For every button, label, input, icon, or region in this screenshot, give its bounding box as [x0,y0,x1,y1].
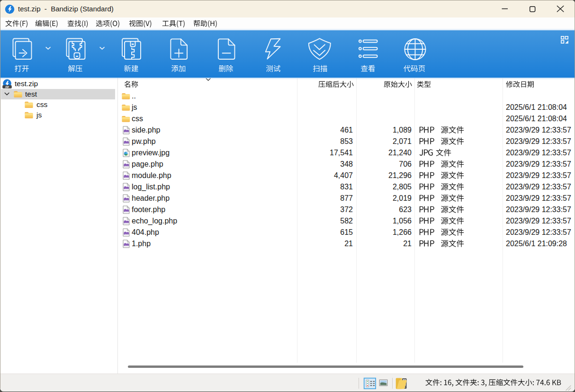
svg-text:ZIP: ZIP [5,86,9,89]
